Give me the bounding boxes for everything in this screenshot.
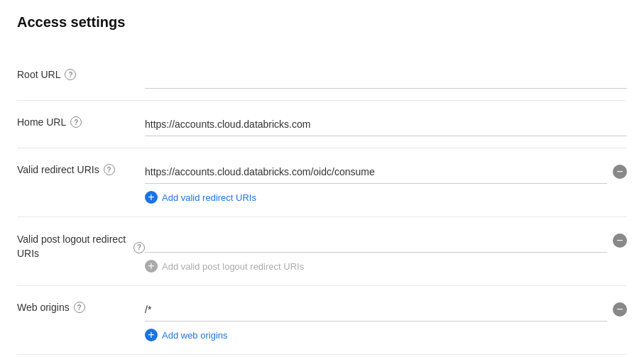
add-web-origins-icon: + (145, 329, 158, 341)
add-web-origins-row: + Add web origins (145, 327, 627, 343)
root-url-content (145, 65, 627, 89)
add-valid-post-logout-button[interactable]: + Add valid post logout redirect URIs (145, 258, 304, 274)
root-url-help-icon[interactable]: ? (65, 69, 76, 80)
root-url-label: Root URL (17, 69, 60, 80)
root-url-input-row (145, 65, 627, 89)
add-valid-post-logout-label: Add valid post logout redirect URIs (162, 261, 304, 272)
valid-redirect-uris-label: Valid redirect URIs (17, 164, 99, 175)
web-origins-label-group: Web origins ? (17, 297, 145, 313)
access-settings-form: Root URL ? Home URL ? Valid redirect URI… (17, 53, 627, 357)
web-origins-help-icon[interactable]: ? (74, 302, 85, 313)
add-valid-redirect-uris-button[interactable]: + Add valid redirect URIs (145, 190, 256, 205)
valid-redirect-uris-content: − + Add valid redirect URIs (145, 160, 627, 205)
root-url-label-group: Root URL ? (17, 65, 145, 80)
home-url-row: Home URL ? (17, 101, 627, 148)
root-url-input[interactable] (145, 65, 627, 89)
web-origins-row: Web origins ? − + Add web origins (17, 286, 627, 355)
valid-redirect-uris-label-group: Valid redirect URIs ? (17, 160, 145, 175)
add-valid-redirect-uris-row: + Add valid redirect URIs (145, 190, 627, 205)
web-origins-input-row: − (145, 297, 627, 322)
add-valid-redirect-uris-label: Add valid redirect URIs (162, 192, 256, 203)
valid-redirect-uris-row: Valid redirect URIs ? − + Add valid redi… (17, 148, 627, 217)
valid-post-logout-remove-button[interactable]: − (613, 234, 627, 248)
add-web-origins-label: Add web origins (162, 330, 228, 341)
valid-redirect-uris-remove-button[interactable]: − (613, 165, 627, 179)
root-url-row: Root URL ? (17, 53, 627, 101)
valid-post-logout-row: Valid post logout redirect URIs ? − + Ad… (17, 217, 627, 286)
add-valid-post-logout-row: + Add valid post logout redirect URIs (145, 258, 627, 274)
valid-post-logout-input[interactable] (145, 229, 607, 253)
home-url-input[interactable] (145, 112, 627, 136)
web-origins-label: Web origins (17, 302, 70, 313)
home-url-content (145, 112, 627, 136)
add-valid-post-logout-icon: + (145, 260, 158, 273)
web-origins-input[interactable] (145, 297, 607, 322)
page-title: Access settings (17, 14, 627, 31)
valid-post-logout-content: − + Add valid post logout redirect URIs (145, 229, 627, 274)
home-url-help-icon[interactable]: ? (70, 116, 82, 128)
web-origins-content: − + Add web origins (145, 297, 627, 343)
valid-redirect-uris-input-row: − (145, 160, 627, 184)
add-web-origins-button[interactable]: + Add web origins (145, 327, 228, 343)
home-url-label: Home URL (17, 116, 66, 128)
valid-post-logout-label: Valid post logout redirect URIs (17, 233, 129, 260)
home-url-input-row (145, 112, 627, 136)
valid-post-logout-input-row: − (145, 229, 627, 253)
web-origins-remove-button[interactable]: − (613, 302, 627, 317)
valid-redirect-uris-help-icon[interactable]: ? (104, 164, 115, 175)
valid-redirect-uris-input[interactable] (145, 160, 607, 184)
valid-post-logout-help-icon[interactable]: ? (133, 242, 145, 253)
add-valid-redirect-uris-icon: + (145, 191, 158, 204)
home-url-label-group: Home URL ? (17, 112, 145, 128)
valid-post-logout-label-group: Valid post logout redirect URIs ? (17, 229, 145, 260)
